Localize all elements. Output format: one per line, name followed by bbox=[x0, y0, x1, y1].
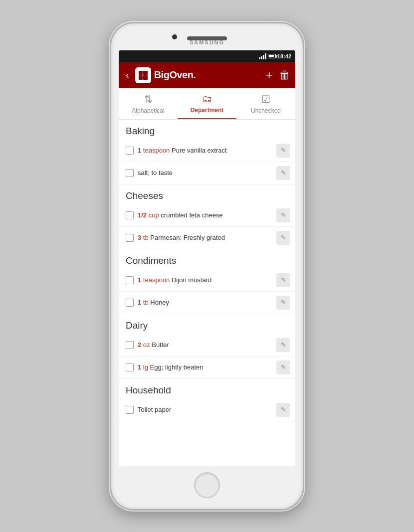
list-item: 1/2 cup crumbled feta cheese ✎ bbox=[119, 204, 295, 227]
tab-unchecked-label: Unchecked bbox=[251, 107, 281, 114]
phone-camera bbox=[172, 34, 177, 39]
item-text: 2 oz Butter bbox=[138, 341, 272, 349]
item-text: 3 tb Parmesan; Freshly grated bbox=[138, 234, 272, 241]
checkbox[interactable] bbox=[126, 147, 134, 155]
section-dairy: Dairy bbox=[119, 314, 295, 334]
tab-department[interactable]: 🗂 Department bbox=[178, 88, 236, 119]
item-text: salt; to taste bbox=[138, 169, 272, 177]
list-item: 2 oz Butter ✎ bbox=[119, 334, 295, 356]
list-item: salt; to taste ✎ bbox=[119, 162, 295, 184]
phone-bottom bbox=[194, 472, 220, 498]
checkbox[interactable] bbox=[126, 406, 134, 414]
tab-unchecked[interactable]: ☑ Unchecked bbox=[236, 88, 295, 119]
phone-brand: SAMSUNG bbox=[190, 39, 224, 45]
tab-alphabetical-label: Alphabetical bbox=[132, 107, 164, 114]
tab-department-label: Department bbox=[191, 107, 224, 114]
list-item: 3 tb Parmesan; Freshly grated ✎ bbox=[119, 227, 295, 249]
edit-button[interactable]: ✎ bbox=[276, 144, 290, 158]
section-household: Household bbox=[119, 379, 295, 399]
phone-screen: 18:42 ‹ BigOven. + 🗑 bbox=[119, 50, 295, 466]
phone-frame: SAMSUNG 18:42 ‹ bbox=[110, 22, 304, 511]
phone-top: SAMSUNG bbox=[118, 32, 296, 48]
list-item: 1 teaspoon Pure vanilla extract ✎ bbox=[119, 140, 295, 162]
checkbox[interactable] bbox=[126, 169, 134, 177]
unchecked-icon: ☑ bbox=[261, 93, 270, 105]
signal-icon bbox=[259, 53, 266, 59]
edit-button[interactable]: ✎ bbox=[276, 166, 290, 180]
back-button[interactable]: ‹ bbox=[124, 67, 131, 83]
checkbox[interactable] bbox=[126, 234, 134, 242]
alphabetical-icon: ⇅ bbox=[144, 93, 153, 105]
app-bar-actions: + 🗑 bbox=[266, 69, 290, 82]
app-title: BigOven. bbox=[154, 69, 196, 81]
edit-button[interactable]: ✎ bbox=[276, 273, 290, 287]
status-time: 18:42 bbox=[277, 53, 291, 59]
tab-alphabetical[interactable]: ⇅ Alphabetical bbox=[119, 88, 178, 119]
item-text: 1 teaspoon Dijon mustard bbox=[138, 276, 272, 284]
battery-icon bbox=[268, 54, 276, 58]
item-text: 1 lg Egg; lightly beaten bbox=[138, 363, 272, 371]
content-area: Baking 1 teaspoon Pure vanilla extract ✎… bbox=[119, 120, 295, 466]
delete-button[interactable]: 🗑 bbox=[279, 69, 290, 82]
edit-button[interactable]: ✎ bbox=[276, 403, 290, 417]
logo-icon bbox=[135, 67, 151, 83]
item-text: 1/2 cup crumbled feta cheese bbox=[138, 211, 272, 219]
list-item: 1 tb Honey ✎ bbox=[119, 292, 295, 314]
edit-button[interactable]: ✎ bbox=[276, 208, 290, 222]
status-icons: 18:42 bbox=[259, 53, 291, 59]
checkbox[interactable] bbox=[126, 341, 134, 349]
checkbox[interactable] bbox=[126, 276, 134, 284]
department-icon: 🗂 bbox=[202, 93, 212, 105]
item-text: 1 teaspoon Pure vanilla extract bbox=[138, 147, 272, 154]
item-text: Toilet paper bbox=[138, 406, 272, 413]
item-text: 1 tb Honey bbox=[138, 299, 272, 306]
edit-button[interactable]: ✎ bbox=[276, 231, 290, 245]
status-bar: 18:42 bbox=[119, 50, 295, 62]
list-item: 1 teaspoon Dijon mustard ✎ bbox=[119, 269, 295, 292]
app-bar: ‹ BigOven. + 🗑 bbox=[119, 62, 295, 88]
tabs-bar: ⇅ Alphabetical 🗂 Department ☑ Unchecked bbox=[119, 88, 295, 120]
checkbox[interactable] bbox=[126, 363, 134, 371]
edit-button[interactable]: ✎ bbox=[276, 296, 290, 310]
section-condiments: Condiments bbox=[119, 249, 295, 269]
checkbox[interactable] bbox=[126, 211, 134, 219]
section-baking: Baking bbox=[119, 120, 295, 140]
edit-button[interactable]: ✎ bbox=[276, 360, 290, 374]
checkbox[interactable] bbox=[126, 299, 134, 307]
section-cheeses: Cheeses bbox=[119, 184, 295, 204]
list-item: 1 lg Egg; lightly beaten ✎ bbox=[119, 356, 295, 379]
app-logo: BigOven. bbox=[135, 67, 262, 83]
home-button[interactable] bbox=[194, 472, 220, 498]
edit-button[interactable]: ✎ bbox=[276, 338, 290, 352]
list-item: Toilet paper ✎ bbox=[119, 399, 295, 421]
add-button[interactable]: + bbox=[266, 69, 272, 82]
